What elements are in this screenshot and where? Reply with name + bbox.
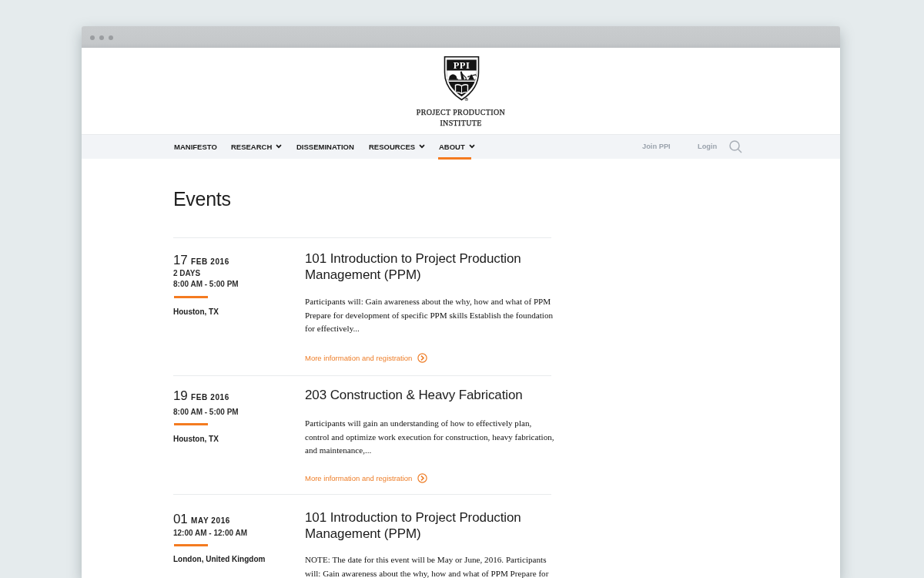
svg-text:PPI: PPI <box>454 60 470 71</box>
